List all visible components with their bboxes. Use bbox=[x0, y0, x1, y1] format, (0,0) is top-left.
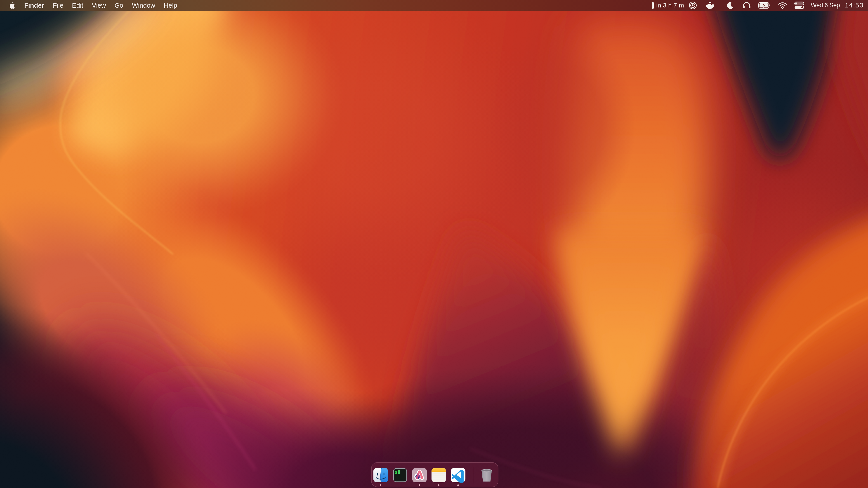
svg-text:$: $ bbox=[395, 470, 397, 475]
